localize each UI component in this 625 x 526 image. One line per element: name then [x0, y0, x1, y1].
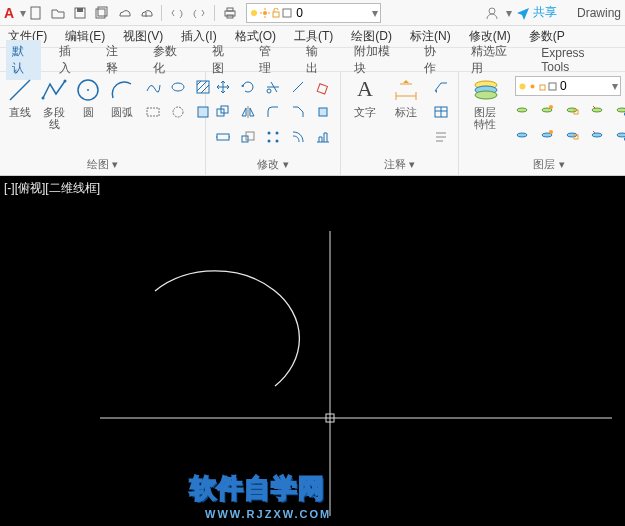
viewport-label[interactable]: [-][俯视][二维线框] [4, 180, 100, 197]
svg-point-57 [520, 83, 526, 89]
svg-rect-59 [540, 85, 545, 90]
line-icon [6, 76, 34, 104]
chevron-down-icon[interactable]: ▾ [506, 6, 512, 20]
copy-icon[interactable] [212, 101, 234, 123]
svg-rect-27 [147, 108, 159, 116]
redo-icon[interactable] [189, 3, 209, 23]
layer-isolate-icon[interactable] [586, 99, 608, 121]
svg-point-66 [592, 108, 602, 112]
dim-label: 标注 [395, 106, 417, 118]
panel-draw: 直线 多段线 圆 圆弧 绘图 ▾ [0, 72, 206, 175]
spline-icon[interactable] [142, 76, 164, 98]
new-icon[interactable] [26, 3, 46, 23]
watermark-url: WWW.RJZXW.COM [205, 508, 331, 520]
open-icon[interactable] [48, 3, 68, 23]
svg-point-69 [517, 133, 527, 137]
layer-off-icon[interactable] [511, 99, 533, 121]
svg-point-42 [276, 140, 279, 143]
svg-text:A: A [357, 76, 373, 101]
layer-unisolate-icon[interactable] [586, 124, 608, 146]
leader-icon[interactable] [430, 76, 452, 98]
layer-previous-icon[interactable] [611, 124, 625, 146]
layer-lock-icon[interactable] [561, 99, 583, 121]
layer-match-icon[interactable] [611, 99, 625, 121]
save-icon[interactable] [70, 3, 90, 23]
layer-tools [511, 99, 625, 146]
undo-icon[interactable] [167, 3, 187, 23]
share-button[interactable]: 共享 [516, 4, 557, 21]
svg-rect-6 [227, 8, 233, 11]
chamfer-icon[interactable] [287, 101, 309, 123]
text-label: 文字 [354, 106, 376, 118]
layer-properties-tool[interactable]: 图层 特性 [465, 76, 505, 130]
align-icon[interactable] [312, 126, 334, 148]
panel-modify: 修改 ▾ [206, 72, 341, 175]
extend-icon[interactable] [287, 76, 309, 98]
ribbon: 直线 多段线 圆 圆弧 绘图 ▾ [0, 72, 625, 176]
svg-rect-15 [283, 9, 291, 17]
panel-title[interactable]: 修改 ▾ [212, 155, 334, 175]
polyline-tool[interactable]: 多段线 [40, 76, 68, 130]
panel-title[interactable]: 图层 ▾ [465, 155, 625, 175]
print-icon[interactable] [220, 3, 240, 23]
stretch-icon[interactable] [212, 126, 234, 148]
layer-status-icons [518, 82, 557, 91]
draw-mini-tools [142, 76, 214, 123]
polyline-label: 多段线 [40, 106, 68, 130]
layer-thaw-icon[interactable] [536, 124, 558, 146]
svg-point-39 [268, 132, 271, 135]
arc-icon [108, 76, 136, 104]
mtext-icon[interactable] [430, 126, 452, 148]
svg-point-74 [592, 133, 602, 137]
mirror-icon[interactable] [237, 101, 259, 123]
svg-rect-4 [98, 7, 107, 16]
svg-point-8 [251, 10, 257, 16]
share-area: ▾ 共享 [482, 3, 557, 23]
saveall-icon[interactable] [92, 3, 112, 23]
polygon-icon[interactable] [167, 101, 189, 123]
svg-rect-60 [549, 83, 556, 90]
circle-tool[interactable]: 圆 [74, 76, 102, 118]
text-icon: A [351, 76, 379, 104]
svg-point-9 [263, 11, 267, 15]
rectangle-icon[interactable] [142, 101, 164, 123]
line-tool[interactable]: 直线 [6, 76, 34, 118]
layer-combo[interactable]: 0 ▾ [246, 3, 381, 23]
ellipse-icon[interactable] [167, 76, 189, 98]
trim-icon[interactable] [262, 76, 284, 98]
panel-title[interactable]: 绘图 ▾ [6, 155, 199, 175]
cloud-save-icon[interactable] [136, 3, 156, 23]
person-icon[interactable] [482, 3, 502, 23]
offset-icon[interactable] [287, 126, 309, 148]
explode-icon[interactable] [312, 101, 334, 123]
svg-point-67 [617, 108, 625, 112]
svg-rect-0 [31, 7, 40, 19]
svg-point-18 [42, 97, 45, 100]
layer-unlock-icon[interactable] [561, 124, 583, 146]
rotate-icon[interactable] [237, 76, 259, 98]
arc-tool[interactable]: 圆弧 [108, 76, 136, 118]
separator [161, 5, 162, 21]
array-icon[interactable] [262, 126, 284, 148]
svg-rect-2 [77, 8, 83, 12]
lightbulb-on-icon [249, 8, 259, 18]
text-tool[interactable]: A 文字 [347, 76, 383, 118]
sun-icon [260, 8, 270, 18]
cloud-open-icon[interactable] [114, 3, 134, 23]
move-icon[interactable] [212, 76, 234, 98]
layer-name: 0 [292, 6, 372, 20]
svg-point-19 [64, 80, 67, 83]
drawing-canvas[interactable]: [-][俯视][二维线框] 软件自学网 WWW.RJZXW.COM [0, 176, 625, 526]
send-icon [516, 6, 530, 20]
svg-rect-32 [317, 84, 327, 94]
layer-freeze-icon[interactable] [536, 99, 558, 121]
fillet-icon[interactable] [262, 101, 284, 123]
scale-icon[interactable] [237, 126, 259, 148]
table-icon[interactable] [430, 101, 452, 123]
erase-icon[interactable] [312, 76, 334, 98]
layer-selector[interactable]: 0 ▾ [515, 76, 621, 96]
svg-line-24 [197, 81, 201, 85]
panel-title[interactable]: 注释 ▾ [347, 155, 452, 175]
dimension-tool[interactable]: 标注 [389, 76, 425, 118]
layer-on-icon[interactable] [511, 124, 533, 146]
